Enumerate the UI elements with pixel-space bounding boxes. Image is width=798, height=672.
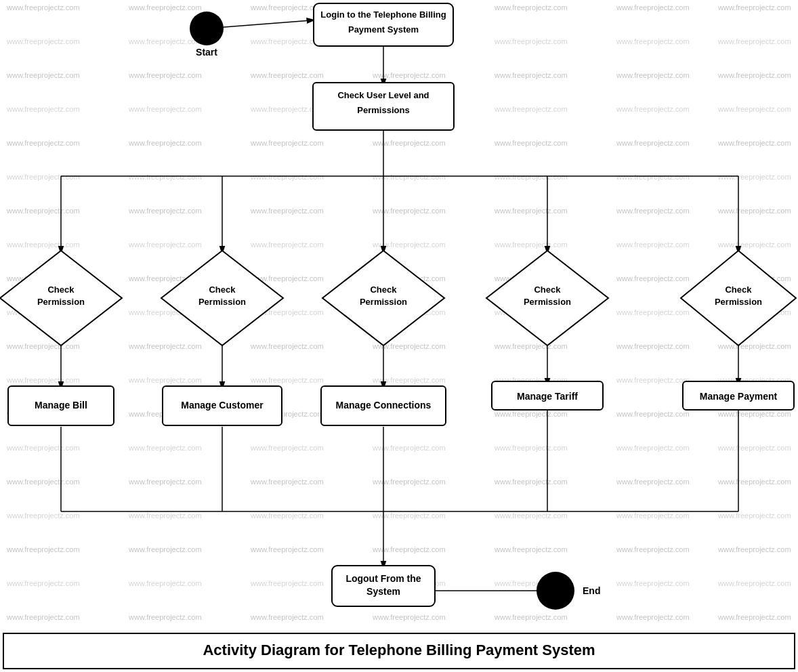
check-user-label2: Permissions [357, 105, 409, 115]
svg-text:www.freeprojectz.com: www.freeprojectz.com [494, 3, 568, 12]
svg-text:Manage Payment: Manage Payment [700, 391, 778, 402]
svg-text:www.freeprojectz.com: www.freeprojectz.com [6, 240, 80, 249]
diagram-title: Activity Diagram for Telephone Billing P… [203, 642, 595, 658]
svg-text:www.freeprojectz.com: www.freeprojectz.com [616, 579, 690, 587]
svg-text:End: End [583, 585, 600, 596]
svg-text:www.freeprojectz.com: www.freeprojectz.com [128, 511, 202, 520]
svg-text:www.freeprojectz.com: www.freeprojectz.com [6, 478, 80, 486]
start-node [190, 12, 224, 45]
svg-text:www.freeprojectz.com: www.freeprojectz.com [128, 37, 202, 45]
svg-text:www.freeprojectz.com: www.freeprojectz.com [494, 105, 568, 113]
svg-text:www.freeprojectz.com: www.freeprojectz.com [6, 3, 80, 12]
svg-text:www.freeprojectz.com: www.freeprojectz.com [494, 37, 568, 45]
end-node [537, 572, 574, 610]
svg-text:www.freeprojectz.com: www.freeprojectz.com [717, 613, 791, 621]
svg-text:Check: Check [47, 285, 75, 295]
svg-text:www.freeprojectz.com: www.freeprojectz.com [616, 71, 690, 79]
svg-text:www.freeprojectz.com: www.freeprojectz.com [717, 105, 791, 113]
svg-text:www.freeprojectz.com: www.freeprojectz.com [616, 478, 690, 486]
svg-text:www.freeprojectz.com: www.freeprojectz.com [494, 139, 568, 147]
svg-text:www.freeprojectz.com: www.freeprojectz.com [616, 105, 690, 113]
svg-text:www.freeprojectz.com: www.freeprojectz.com [717, 478, 791, 486]
svg-text:www.freeprojectz.com: www.freeprojectz.com [6, 545, 80, 553]
svg-text:www.freeprojectz.com: www.freeprojectz.com [494, 207, 568, 215]
svg-text:www.freeprojectz.com: www.freeprojectz.com [717, 173, 791, 181]
svg-text:www.freeprojectz.com: www.freeprojectz.com [494, 173, 568, 181]
svg-text:www.freeprojectz.com: www.freeprojectz.com [616, 207, 690, 215]
svg-text:www.freeprojectz.com: www.freeprojectz.com [616, 3, 690, 12]
svg-text:www.freeprojectz.com: www.freeprojectz.com [717, 579, 791, 587]
svg-text:www.freeprojectz.com: www.freeprojectz.com [494, 613, 568, 621]
svg-text:www.freeprojectz.com: www.freeprojectz.com [250, 71, 324, 79]
svg-text:www.freeprojectz.com: www.freeprojectz.com [250, 240, 324, 249]
svg-text:www.freeprojectz.com: www.freeprojectz.com [717, 3, 791, 12]
svg-text:www.freeprojectz.com: www.freeprojectz.com [616, 274, 690, 282]
svg-text:www.freeprojectz.com: www.freeprojectz.com [616, 342, 690, 350]
svg-text:www.freeprojectz.com: www.freeprojectz.com [250, 173, 324, 181]
svg-text:www.freeprojectz.com: www.freeprojectz.com [494, 511, 568, 520]
svg-text:System: System [366, 586, 400, 597]
svg-text:Manage Bill: Manage Bill [35, 400, 87, 411]
login-label: Login to the Telephone Billing [320, 9, 446, 20]
svg-text:Manage Connections: Manage Connections [336, 400, 432, 411]
svg-text:www.freeprojectz.com: www.freeprojectz.com [717, 545, 791, 553]
svg-text:www.freeprojectz.com: www.freeprojectz.com [494, 545, 568, 553]
svg-text:www.freeprojectz.com: www.freeprojectz.com [616, 139, 690, 147]
svg-text:www.freeprojectz.com: www.freeprojectz.com [616, 308, 690, 316]
svg-text:www.freeprojectz.com: www.freeprojectz.com [494, 410, 568, 418]
svg-text:www.freeprojectz.com: www.freeprojectz.com [616, 511, 690, 520]
svg-text:www.freeprojectz.com: www.freeprojectz.com [717, 139, 791, 147]
svg-text:www.freeprojectz.com: www.freeprojectz.com [6, 37, 80, 45]
svg-text:Check: Check [370, 285, 397, 295]
svg-text:www.freeprojectz.com: www.freeprojectz.com [128, 444, 202, 452]
svg-text:Manage Customer: Manage Customer [181, 400, 264, 411]
svg-text:www.freeprojectz.com: www.freeprojectz.com [250, 444, 324, 452]
svg-text:www.freeprojectz.com: www.freeprojectz.com [494, 444, 568, 452]
svg-text:www.freeprojectz.com: www.freeprojectz.com [717, 207, 791, 215]
svg-text:www.freeprojectz.com: www.freeprojectz.com [6, 342, 80, 350]
svg-text:www.freeprojectz.com: www.freeprojectz.com [128, 579, 202, 587]
svg-text:www.freeprojectz.com: www.freeprojectz.com [250, 207, 324, 215]
svg-text:www.freeprojectz.com: www.freeprojectz.com [128, 613, 202, 621]
svg-text:www.freeprojectz.com: www.freeprojectz.com [6, 207, 80, 215]
svg-text:www.freeprojectz.com: www.freeprojectz.com [616, 545, 690, 553]
svg-text:www.freeprojectz.com: www.freeprojectz.com [6, 579, 80, 587]
svg-text:www.freeprojectz.com: www.freeprojectz.com [250, 139, 324, 147]
svg-text:www.freeprojectz.com: www.freeprojectz.com [6, 511, 80, 520]
svg-text:www.freeprojectz.com: www.freeprojectz.com [250, 579, 324, 587]
svg-text:Check: Check [534, 285, 561, 295]
svg-text:www.freeprojectz.com: www.freeprojectz.com [6, 173, 80, 181]
svg-text:www.freeprojectz.com: www.freeprojectz.com [372, 613, 446, 621]
svg-text:www.freeprojectz.com: www.freeprojectz.com [128, 139, 202, 147]
svg-text:Check: Check [725, 285, 752, 295]
svg-text:www.freeprojectz.com: www.freeprojectz.com [128, 545, 202, 553]
svg-text:Manage Tariff: Manage Tariff [517, 391, 578, 402]
svg-text:www.freeprojectz.com: www.freeprojectz.com [616, 240, 690, 249]
svg-text:www.freeprojectz.com: www.freeprojectz.com [250, 545, 324, 553]
svg-text:Check: Check [209, 285, 236, 295]
svg-text:www.freeprojectz.com: www.freeprojectz.com [616, 410, 690, 418]
svg-text:www.freeprojectz.com: www.freeprojectz.com [717, 37, 791, 45]
login-label2: Payment System [348, 24, 419, 35]
svg-text:Permission: Permission [37, 297, 85, 307]
svg-text:www.freeprojectz.com: www.freeprojectz.com [616, 376, 690, 384]
svg-text:www.freeprojectz.com: www.freeprojectz.com [717, 71, 791, 79]
svg-text:www.freeprojectz.com: www.freeprojectz.com [250, 37, 324, 45]
svg-text:www.freeprojectz.com: www.freeprojectz.com [128, 376, 202, 384]
svg-text:www.freeprojectz.com: www.freeprojectz.com [6, 613, 80, 621]
svg-text:www.freeprojectz.com: www.freeprojectz.com [6, 105, 80, 113]
svg-text:www.freeprojectz.com: www.freeprojectz.com [616, 173, 690, 181]
svg-text:Permission: Permission [360, 297, 407, 307]
svg-text:www.freeprojectz.com: www.freeprojectz.com [6, 71, 80, 79]
svg-text:www.freeprojectz.com: www.freeprojectz.com [6, 444, 80, 452]
svg-text:www.freeprojectz.com: www.freeprojectz.com [717, 444, 791, 452]
svg-text:www.freeprojectz.com: www.freeprojectz.com [250, 3, 324, 12]
svg-text:www.freeprojectz.com: www.freeprojectz.com [6, 376, 80, 384]
svg-text:www.freeprojectz.com: www.freeprojectz.com [250, 478, 324, 486]
svg-text:www.freeprojectz.com: www.freeprojectz.com [128, 71, 202, 79]
svg-text:Logout From the: Logout From the [345, 573, 421, 584]
svg-text:Permission: Permission [524, 297, 571, 307]
check-user-label: Check User Level and [337, 90, 429, 100]
svg-text:www.freeprojectz.com: www.freeprojectz.com [250, 376, 324, 384]
svg-text:www.freeprojectz.com: www.freeprojectz.com [616, 37, 690, 45]
